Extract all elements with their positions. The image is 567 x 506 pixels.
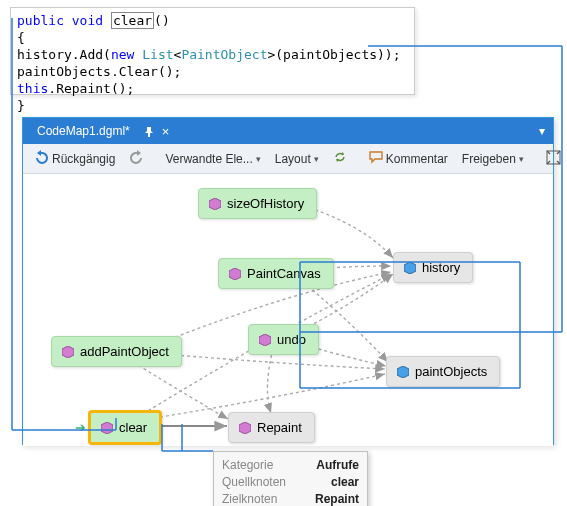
close-icon[interactable]: × — [162, 124, 170, 139]
tab-title: CodeMap1.dgml* — [37, 124, 130, 138]
method-icon — [62, 346, 74, 358]
tooltip-src-label: Quellknoten — [222, 474, 286, 491]
node-label: paintObjects — [415, 364, 487, 379]
tooltip-dst-value: Repaint — [315, 491, 359, 506]
keyword-void: void — [72, 13, 103, 28]
share-dropdown[interactable]: Freigeben▾ — [456, 150, 530, 168]
undo-button[interactable]: Rückgängig — [29, 148, 121, 169]
undo-label: Rückgängig — [52, 152, 115, 166]
node-repaint[interactable]: Repaint — [228, 412, 315, 443]
current-marker-icon: ➔ — [75, 420, 86, 435]
method-name[interactable]: clear — [111, 12, 154, 29]
method-icon — [101, 422, 113, 434]
node-paintobjects[interactable]: paintObjects — [386, 356, 500, 387]
node-label: clear — [119, 420, 147, 435]
node-sizeofhistory[interactable]: sizeOfHistory — [198, 188, 317, 219]
code-line-2: history.Add(new List<PaintObject>(paintO… — [17, 46, 408, 63]
zoom-fit-button[interactable] — [540, 148, 567, 170]
node-label: Repaint — [257, 420, 302, 435]
node-label: PaintCanvas — [247, 266, 321, 281]
zoom-fit-icon — [546, 150, 561, 168]
edge-tooltip: KategorieAufrufe Quellknotenclear Zielkn… — [213, 451, 368, 506]
tooltip-src-value: clear — [331, 474, 359, 491]
redo-button[interactable] — [123, 148, 149, 169]
tooltip-dst-label: Zielknoten — [222, 491, 277, 506]
titlebar-chevron-icon[interactable]: ▾ — [539, 124, 545, 138]
comment-icon — [369, 150, 383, 167]
method-icon — [209, 198, 221, 210]
method-icon — [259, 334, 271, 346]
method-icon — [239, 422, 251, 434]
code-line-1: public void clear() — [17, 12, 408, 29]
pin-icon[interactable] — [144, 126, 154, 136]
method-icon — [229, 268, 241, 280]
tab-codemap[interactable]: CodeMap1.dgml* × — [27, 118, 179, 144]
keyword-public: public — [17, 13, 64, 28]
node-clear[interactable]: ➔ clear — [88, 410, 162, 445]
codemap-window: CodeMap1.dgml* × ▾ Rückgängig Verwandte … — [22, 117, 554, 445]
redo-icon — [129, 150, 143, 167]
refresh-button[interactable] — [327, 148, 353, 169]
code-line-3: paintObjects.Clear(); — [17, 63, 408, 80]
code-line-4: this.Repaint(); — [17, 80, 408, 97]
field-icon — [397, 366, 409, 378]
code-brace-open: { — [17, 29, 408, 46]
node-label: history — [422, 260, 460, 275]
node-label: addPaintObject — [80, 344, 169, 359]
code-brace-close: } — [17, 97, 408, 114]
related-dropdown[interactable]: Verwandte Ele...▾ — [159, 150, 266, 168]
titlebar[interactable]: CodeMap1.dgml* × ▾ — [23, 118, 553, 144]
graph-canvas[interactable]: sizeOfHistory history PaintCanvas addPai… — [23, 174, 553, 446]
node-label: sizeOfHistory — [227, 196, 304, 211]
node-addpaintobject[interactable]: addPaintObject — [51, 336, 182, 367]
field-icon — [404, 262, 416, 274]
node-label: undo — [277, 332, 306, 347]
undo-icon — [35, 150, 49, 167]
node-paintcanvas[interactable]: PaintCanvas — [218, 258, 334, 289]
node-history[interactable]: history — [393, 252, 473, 283]
comment-button[interactable]: Kommentar — [363, 148, 454, 169]
tooltip-cat-value: Aufrufe — [316, 457, 359, 474]
refresh-icon — [333, 150, 347, 167]
tooltip-cat-label: Kategorie — [222, 457, 273, 474]
node-undo[interactable]: undo — [248, 324, 319, 355]
layout-dropdown[interactable]: Layout▾ — [269, 150, 325, 168]
toolbar: Rückgängig Verwandte Ele...▾ Layout▾ Kom… — [23, 144, 553, 174]
code-editor-pane: public void clear() { history.Add(new Li… — [10, 7, 415, 95]
